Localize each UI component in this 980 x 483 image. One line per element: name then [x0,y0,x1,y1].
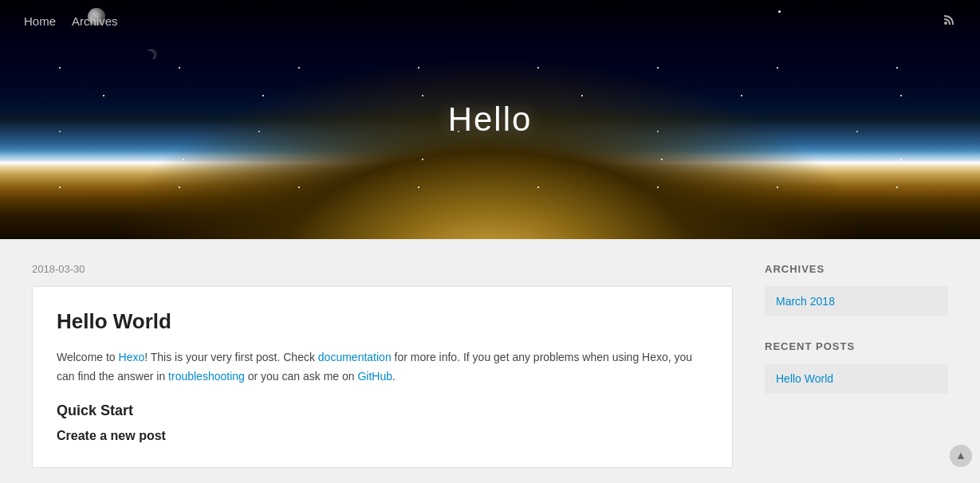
hexo-link[interactable]: Hexo [119,351,145,363]
nav-links: Home Archives [24,14,118,28]
intro-text-4: or you can ask me on [245,370,358,383]
recent-post-hello-world-link[interactable]: Hello World [776,372,833,385]
archives-section: ARCHIVES March 2018 [765,263,948,316]
recent-posts-heading: RECENT POSTS [765,340,948,355]
post-intro: Welcome to Hexo! This is your very first… [57,348,708,387]
nav-archives-link[interactable]: Archives [72,14,118,28]
troubleshooting-link[interactable]: troubleshooting [168,370,245,383]
archives-item-march2018: March 2018 [765,286,948,316]
archives-heading: ARCHIVES [765,263,948,278]
documentation-link[interactable]: documentation [318,351,392,363]
intro-text-2: ! This is your very first post. Check [144,351,318,363]
post-card: Hello World Welcome to Hexo! This is you… [32,286,733,468]
sidebar: ARCHIVES March 2018 RECENT POSTS Hello W… [765,263,948,468]
intro-text-1: Welcome to [57,351,119,363]
github-link[interactable]: GitHub [357,370,392,383]
nav-home-link[interactable]: Home [24,14,56,28]
post-date: 2018-03-30 [32,263,733,275]
recent-post-item-hello-world: Hello World [765,363,948,394]
archives-march2018-link[interactable]: March 2018 [776,295,835,308]
page-body: 2018-03-30 Hello World Welcome to Hexo! … [0,239,980,483]
quick-start-heading: Quick Start [57,402,708,419]
intro-text-5: . [392,370,396,383]
hero-title: Hello [448,100,533,139]
recent-posts-section: RECENT POSTS Hello World [765,340,948,394]
navbar: Home Archives [0,0,980,42]
rss-icon[interactable] [943,13,956,29]
create-post-heading: Create a new post [57,429,708,443]
scroll-top-button[interactable]: ▲ [950,445,972,467]
main-content: 2018-03-30 Hello World Welcome to Hexo! … [32,263,733,468]
post-title: Hello World [57,309,708,334]
svg-point-0 [944,22,947,25]
